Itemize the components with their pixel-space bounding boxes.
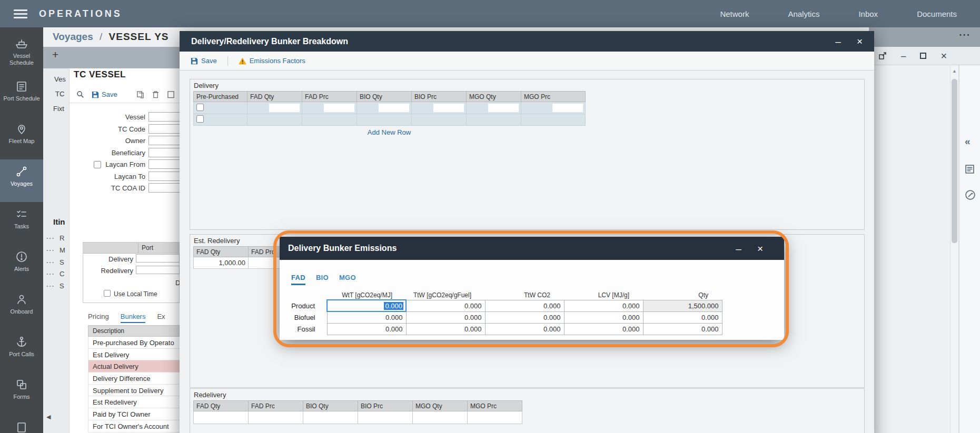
est-fad-qty-value[interactable]: 1,000.00 xyxy=(194,257,249,269)
grid-row[interactable]: Est Redelivery xyxy=(88,396,180,408)
fossil-lcv-input[interactable]: 0.000 xyxy=(564,323,643,335)
sidebar-item-port-calls[interactable]: Port Calls xyxy=(0,330,43,372)
sidebar-item-fleet-map[interactable]: Fleet Map xyxy=(0,117,43,159)
tc-save-button[interactable]: Save xyxy=(92,90,117,98)
nav-analytics[interactable]: Analytics xyxy=(788,9,819,18)
collapse-left-icon[interactable]: ◀ xyxy=(46,414,51,420)
itinerary-row[interactable]: ··· C xyxy=(46,268,64,279)
sidebar-item-cutoff[interactable] xyxy=(0,415,43,433)
grid-row[interactable]: Est Delivery xyxy=(88,349,180,361)
grid-row[interactable]: For TCI Owner's Account xyxy=(88,420,180,432)
product-lcv-input[interactable]: 0.000 xyxy=(564,300,643,311)
page-menu-icon[interactable]: ⋯ xyxy=(958,28,970,42)
sidebar-item-alerts[interactable]: Alerts xyxy=(0,245,43,287)
delivery-input[interactable] xyxy=(136,254,180,263)
tab-bunkers[interactable]: Bunkers xyxy=(121,313,146,323)
row-menu-icon[interactable]: ··· xyxy=(46,282,55,290)
modal-close-icon[interactable]: × xyxy=(757,244,763,254)
fad-qty-cell[interactable] xyxy=(248,114,302,126)
mgo-qty-cell[interactable] xyxy=(467,102,521,114)
delivery-row-checkbox[interactable] xyxy=(196,104,204,111)
laycan-from-checkbox[interactable] xyxy=(94,161,101,168)
grid-row[interactable]: Delivery Difference xyxy=(88,372,180,385)
bio-prc-cell[interactable] xyxy=(412,114,467,126)
delivery-row-checkbox[interactable] xyxy=(196,115,204,123)
redelivery-input[interactable] xyxy=(136,266,180,274)
sidebar-item-tasks[interactable]: Tasks xyxy=(0,202,43,245)
tab-mgo[interactable]: MGO xyxy=(339,274,356,285)
scrollbar-thumb[interactable] xyxy=(952,79,957,243)
itinerary-row[interactable]: ··· S xyxy=(46,256,64,268)
bio-prc-cell[interactable] xyxy=(412,102,467,114)
use-local-time-checkbox[interactable] xyxy=(104,290,111,297)
window-close-icon[interactable]: × xyxy=(941,52,947,61)
fad-prc-cell[interactable] xyxy=(302,114,357,126)
add-new-row-link[interactable]: Add New Row xyxy=(193,128,585,136)
laycan-to-input[interactable] xyxy=(149,172,181,181)
modal-close-icon[interactable]: × xyxy=(857,36,863,46)
itinerary-row[interactable]: ··· S xyxy=(46,280,64,291)
nav-network[interactable]: Network xyxy=(720,9,749,18)
bio-qty-cell[interactable] xyxy=(357,102,412,114)
window-maximize-icon[interactable] xyxy=(920,53,926,59)
biofuel-lcv-input[interactable]: 0.000 xyxy=(564,311,643,323)
modal-minimize-icon[interactable]: – xyxy=(835,36,841,46)
mgo-prc-cell[interactable] xyxy=(521,114,586,126)
cell-input[interactable] xyxy=(488,104,519,112)
itinerary-row[interactable]: ··· M xyxy=(46,244,65,256)
biofuel-ttw-co2-input[interactable]: 0.000 xyxy=(485,311,564,323)
sidebar-item-vessel-schedule[interactable]: Vessel Schedule xyxy=(0,32,43,74)
window-minimize-icon[interactable]: – xyxy=(901,52,906,61)
biofuel-wtt-input[interactable]: 0.000 xyxy=(327,311,406,323)
vertical-scrollbar[interactable]: ▲ xyxy=(950,65,959,433)
row-menu-icon[interactable]: ··· xyxy=(46,234,55,242)
grid-row[interactable]: Pre-purchased By Operato xyxy=(88,337,180,349)
fossil-ttw-co2-input[interactable]: 0.000 xyxy=(485,323,564,335)
bunker-save-button[interactable]: Save xyxy=(191,57,217,65)
grid-row-highlighted[interactable]: Actual Delivery xyxy=(88,360,180,372)
mgo-prc-cell[interactable] xyxy=(521,102,586,114)
tc-coa-id-input[interactable] xyxy=(149,183,181,193)
laycan-from-input[interactable] xyxy=(149,159,181,169)
tab-bio[interactable]: BIO xyxy=(316,274,329,285)
tab-fad[interactable]: FAD xyxy=(291,274,305,285)
product-wtt-input[interactable]: 0.000 xyxy=(327,300,406,311)
add-plus-icon[interactable]: + xyxy=(52,48,58,61)
fad-prc-cell[interactable] xyxy=(302,102,357,114)
cell-input[interactable] xyxy=(379,104,409,112)
cell-input[interactable] xyxy=(552,104,583,112)
popout-icon[interactable] xyxy=(878,52,887,60)
row-menu-icon[interactable]: ··· xyxy=(46,246,55,254)
fad-qty-cell[interactable] xyxy=(248,102,302,114)
fossil-ttw-fuel-input[interactable]: 0.000 xyxy=(406,323,485,335)
edit-circle-icon[interactable] xyxy=(965,189,976,200)
tab-pricing[interactable]: Pricing xyxy=(88,313,109,323)
search-icon[interactable] xyxy=(76,90,84,98)
biofuel-qty-input[interactable]: 0.000 xyxy=(643,311,722,323)
cell-input[interactable] xyxy=(269,104,300,112)
breadcrumb-voyages-link[interactable]: Voyages xyxy=(53,31,93,42)
grid-row[interactable]: Supplement to Delivery xyxy=(88,385,180,397)
sidebar-item-forms[interactable]: Forms xyxy=(0,372,43,415)
nav-inbox[interactable]: Inbox xyxy=(858,9,878,18)
hamburger-menu-icon[interactable] xyxy=(14,9,27,18)
copy-icon[interactable] xyxy=(136,90,144,98)
mgo-qty-cell[interactable] xyxy=(467,114,521,126)
row-menu-icon[interactable]: ··· xyxy=(46,258,55,266)
emissions-factors-button[interactable]: Emissions Factors xyxy=(239,57,305,65)
bio-qty-cell[interactable] xyxy=(357,114,412,126)
grid-row[interactable]: Paid by TCI Owner xyxy=(88,408,180,420)
fossil-qty-input[interactable]: 0.000 xyxy=(643,323,722,335)
owner-input[interactable] xyxy=(149,136,181,145)
product-ttw-fuel-input[interactable]: 0.000 xyxy=(406,300,485,311)
tc-code-input[interactable] xyxy=(149,124,181,134)
clipped-toolbar-icon[interactable] xyxy=(167,90,175,98)
trash-icon[interactable] xyxy=(152,90,160,98)
properties-panel-icon[interactable] xyxy=(965,164,975,174)
sidebar-item-onboard[interactable]: Onboard xyxy=(0,287,43,330)
beneficiary-input[interactable] xyxy=(149,148,181,157)
nav-documents[interactable]: Documents xyxy=(917,9,957,18)
tab-ex-clipped[interactable]: Ex xyxy=(157,313,165,323)
biofuel-ttw-fuel-input[interactable]: 0.000 xyxy=(406,311,485,323)
itinerary-row[interactable]: ··· R xyxy=(46,232,64,244)
